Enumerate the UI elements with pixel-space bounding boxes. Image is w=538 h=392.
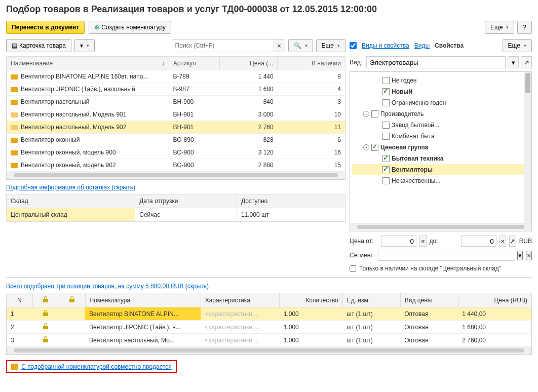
tree-label: Производитель — [380, 110, 424, 117]
col-name[interactable]: Наименование ↓ — [7, 57, 169, 70]
search-input[interactable] — [172, 40, 274, 52]
types-props-link[interactable]: Виды и свойства — [362, 42, 409, 49]
product-card-button[interactable]: ▤ Карточка товара — [6, 39, 71, 52]
filter-mode-row: Виды и свойства Виды Свойства Еще — [350, 39, 532, 52]
lock-icon — [43, 296, 48, 302]
price-from-input[interactable] — [381, 236, 416, 247]
tree-item[interactable]: Комбинат быта — [352, 131, 529, 142]
plus-icon: ⊕ — [94, 24, 99, 31]
help-button[interactable]: ? — [517, 21, 532, 34]
only-stock-checkbox[interactable] — [350, 265, 356, 272]
col-char[interactable]: Характеристика — [201, 293, 280, 307]
col-article[interactable]: Артикул — [169, 57, 220, 70]
cart-row[interactable]: 3Вентилятор настольный, Мо...<характерис… — [7, 334, 532, 347]
col-price[interactable]: Цена (... — [220, 57, 278, 70]
only-stock-label: Только в наличии на складе "Центральный … — [359, 265, 501, 272]
more-button[interactable]: Еще — [485, 21, 514, 34]
card-icon: ▤ — [12, 42, 17, 49]
products-scrollbar[interactable] — [6, 172, 345, 180]
cart-table: N Номенклатура Характеристика Количество… — [6, 293, 532, 347]
props-tab[interactable]: Свойства — [435, 42, 464, 49]
tree-item[interactable]: Ограниченно годен — [352, 97, 529, 108]
col-warehouse: Склад — [7, 194, 135, 208]
segment-dropdown-button[interactable]: ▾ — [517, 251, 523, 260]
segment-input[interactable] — [378, 250, 514, 261]
vid-row: Вид: ▾ ↗ — [350, 56, 532, 68]
tree-item[interactable]: Вентиляторы — [352, 164, 529, 175]
vid-dropdown-button[interactable]: ▾ — [508, 56, 519, 68]
price-to-clear[interactable]: × — [499, 236, 507, 247]
vid-input[interactable] — [366, 56, 506, 68]
product-row[interactable]: Вентилятор настольный, Модель 901ВН-9013… — [7, 108, 345, 121]
tree-checkbox[interactable] — [382, 166, 390, 173]
tree-checkbox[interactable] — [382, 133, 390, 140]
vid-label: Вид: — [350, 59, 362, 66]
cart-summary-link[interactable]: Всего подобрано три позиции товаров, на … — [6, 283, 209, 290]
tree-checkbox[interactable] — [371, 110, 378, 117]
cart-row[interactable]: 2Вентилятор JIPONIC (Тайв.), н...<характ… — [7, 321, 532, 334]
folder-icon — [11, 150, 18, 155]
vid-open-button[interactable]: ↗ — [521, 56, 532, 68]
tree-item[interactable]: Новый — [352, 86, 529, 97]
product-row[interactable]: Вентилятор настольный, Модель 902ВН-9012… — [7, 121, 345, 134]
tree-checkbox[interactable] — [382, 177, 390, 184]
product-row[interactable]: Вентилятор JIPONIC (Тайв.), напольныйВ-9… — [7, 83, 345, 96]
expand-icon[interactable]: - — [363, 144, 369, 150]
tree-checkbox[interactable] — [382, 99, 390, 106]
tree-item[interactable]: Завод бытовой... — [352, 120, 529, 131]
segment-clear-button[interactable]: × — [526, 251, 532, 260]
product-row[interactable]: Вентилятор оконный, модель 902ВО-9002 88… — [7, 159, 345, 172]
tree-checkbox[interactable] — [382, 155, 390, 162]
tree-checkbox[interactable] — [371, 144, 378, 151]
search-clear-button[interactable]: × — [274, 40, 285, 52]
price-apply-button[interactable]: ↗ — [509, 236, 516, 247]
col-ptype[interactable]: Вид цены — [400, 293, 458, 307]
products-more-button[interactable]: Еще — [316, 39, 345, 52]
tree-scrollbar[interactable] — [524, 72, 531, 223]
cart-icon — [11, 364, 18, 370]
price-to-input[interactable] — [461, 236, 496, 247]
tree-label: Бытовая техника — [392, 155, 444, 162]
filters-more-button[interactable]: Еще — [503, 39, 532, 52]
product-row[interactable]: Вентилятор настольныйВН-9008403 — [7, 96, 345, 108]
product-row[interactable]: Вентилятор оконныйВО-8908286 — [7, 134, 345, 146]
product-row[interactable]: Вентилятор оконный, модель 900ВО-9003 12… — [7, 146, 345, 159]
tree-item[interactable]: Не годен — [352, 75, 529, 86]
col-price[interactable]: Цена (RUB) — [458, 293, 531, 307]
tree-item[interactable]: -Ценовая группа — [352, 142, 529, 153]
col-n[interactable]: N — [7, 293, 33, 307]
tree-label: Вентиляторы — [392, 166, 433, 173]
search-button[interactable]: 🔍 — [288, 39, 313, 52]
col-stock[interactable]: В наличии — [278, 57, 345, 70]
filter-enable-checkbox[interactable] — [350, 42, 357, 49]
price-from-clear[interactable]: × — [419, 236, 427, 247]
tree-item[interactable]: Бытовая техника — [352, 153, 529, 164]
tree-checkbox[interactable] — [382, 88, 390, 95]
tree-item[interactable]: -Производитель — [352, 108, 529, 120]
lock-icon — [69, 296, 74, 302]
stock-details-link[interactable]: Подробная информация об остатках (скрыть… — [6, 184, 135, 191]
product-row[interactable]: Вентилятор BINATONE ALPINE 160вт, напо..… — [7, 70, 345, 83]
tree-label: Новый — [392, 88, 412, 95]
col-lock2[interactable] — [59, 293, 85, 307]
tree-checkbox[interactable] — [382, 122, 390, 129]
filter-button[interactable]: ▾ — [74, 39, 95, 52]
col-lock1[interactable] — [32, 293, 59, 307]
create-nomenclature-button[interactable]: ⊕ Создать номенклатуру — [89, 21, 171, 34]
products-table: Наименование ↓ Артикул Цена (... В налич… — [6, 56, 345, 172]
col-qty[interactable]: Количество — [280, 293, 342, 307]
cross-sell-link[interactable]: С подобранной номенклатурой совместно пр… — [21, 363, 172, 370]
transfer-button[interactable]: Перенести в документ — [6, 21, 85, 34]
tree-item[interactable]: Некачественны... — [352, 175, 529, 186]
cart-row[interactable]: 1Вентилятор BINATONE ALPIN...<характерис… — [7, 307, 532, 321]
col-unit[interactable]: Ед. изм. — [342, 293, 400, 307]
tree-checkbox[interactable] — [382, 77, 390, 84]
tree-label: Некачественны... — [392, 177, 440, 184]
expand-icon[interactable]: - — [363, 111, 369, 117]
tree-label: Ценовая группа — [380, 144, 428, 151]
create-nomenclature-label: Создать номенклатуру — [101, 24, 166, 31]
cart-scrollbar[interactable] — [6, 347, 532, 355]
tree-scrollbar-x[interactable] — [350, 223, 532, 231]
types-link[interactable]: Виды — [414, 42, 430, 49]
col-nom[interactable]: Номенклатура — [85, 293, 201, 307]
